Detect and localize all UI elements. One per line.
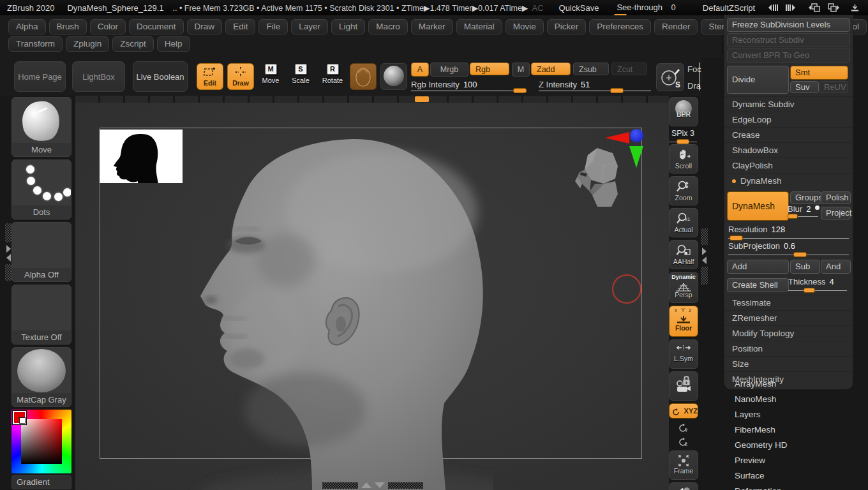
scroll-button[interactable]: Scroll xyxy=(669,144,698,174)
current-texture-thumbnail[interactable]: Texture Off xyxy=(11,285,71,345)
edit-button[interactable]: Edit xyxy=(197,63,223,90)
menu-item[interactable]: Brush xyxy=(49,19,87,34)
geometry-subsection[interactable]: Modify Topology xyxy=(724,325,853,341)
divide-button[interactable]: Divide xyxy=(727,66,789,94)
divider-arrow-right-icon[interactable] xyxy=(702,248,707,255)
zcut-toggle[interactable]: Zcut xyxy=(611,63,647,75)
sculpted-head-model[interactable] xyxy=(171,135,493,490)
menu-item[interactable]: Picker xyxy=(547,19,587,34)
move-mode-button[interactable]: M Move xyxy=(259,63,282,84)
color-picker[interactable] xyxy=(11,410,71,473)
menu-item[interactable]: Draw xyxy=(187,19,223,34)
axis-z-dot-icon[interactable] xyxy=(630,129,643,142)
quicksave-button[interactable]: QuickSave xyxy=(559,3,599,13)
document-canvas[interactable] xyxy=(75,96,669,490)
subprojection-handle[interactable] xyxy=(793,252,807,257)
stroke-brush-button[interactable]: S xyxy=(656,63,684,91)
tool-palette-item[interactable]: Geometry HD xyxy=(724,438,852,453)
spix-slider[interactable]: SPix 3 xyxy=(669,129,697,142)
menu-item[interactable]: Light xyxy=(331,19,365,34)
current-brush-thumbnail[interactable]: Move xyxy=(11,97,71,157)
divider-arrow-right-icon[interactable] xyxy=(6,245,11,253)
local-symmetry-button[interactable]: L.Sym xyxy=(669,339,698,369)
color-cursor[interactable] xyxy=(19,417,26,424)
lightbox-button[interactable]: LightBox xyxy=(72,61,125,92)
mrgb-toggle[interactable]: Mrgb xyxy=(430,63,468,77)
menu-item[interactable]: Edit xyxy=(225,19,255,34)
geometry-subsection[interactable]: Position xyxy=(724,341,853,356)
current-alpha-thumbnail[interactable]: Alpha Off xyxy=(11,222,71,282)
m-toggle[interactable]: M xyxy=(512,63,530,77)
menu-item[interactable]: Marker xyxy=(411,19,453,34)
menu-item[interactable]: Zscript xyxy=(112,36,154,52)
menu-item[interactable]: File xyxy=(258,19,288,34)
strip-orange-handle[interactable] xyxy=(415,96,429,102)
zadd-toggle[interactable]: Zadd xyxy=(531,63,571,75)
menu-item[interactable]: Preferences xyxy=(589,19,651,34)
menu-item[interactable]: Transform xyxy=(8,36,63,52)
dynamesh-section-header[interactable]: DynaMesh xyxy=(724,173,853,188)
dock-right-icon[interactable] xyxy=(828,3,842,12)
blur-slider[interactable]: Blur2 xyxy=(788,204,818,218)
smt-toggle[interactable]: Smt xyxy=(790,66,848,80)
menu-item[interactable]: Macro xyxy=(368,19,408,34)
divider-arrow-left-icon[interactable] xyxy=(702,256,707,264)
resolution-slider[interactable]: Resolution128 xyxy=(724,223,853,240)
add-toggle[interactable]: Add xyxy=(727,260,789,274)
geometry-subsection[interactable]: Dynamic Subdiv xyxy=(724,96,853,112)
axis-y-arrow-icon[interactable] xyxy=(629,146,643,168)
menu-item[interactable]: Color xyxy=(90,19,126,34)
menu-item[interactable]: Material xyxy=(456,19,502,34)
divider-arrow-up-icon[interactable] xyxy=(361,482,371,488)
rgb-intensity-handle[interactable] xyxy=(513,88,527,93)
gradient-button[interactable]: Gradient xyxy=(11,475,71,489)
a-toggle[interactable]: A xyxy=(411,63,429,77)
floor-grid-button[interactable]: x Y z Floor xyxy=(669,306,698,337)
actual-size-button[interactable]: x1 Actual xyxy=(669,208,698,237)
bottom-tray-divider[interactable] xyxy=(322,482,423,489)
project-toggle[interactable]: Project xyxy=(821,207,851,219)
z-intensity-slider[interactable]: Z Intensity51 xyxy=(539,78,651,91)
geometry-subsection[interactable]: ShadowBox xyxy=(724,142,853,158)
rotate-z-button[interactable]: Z xyxy=(669,435,697,449)
sub-toggle[interactable]: Sub xyxy=(790,260,820,274)
thickness-slider[interactable]: Thickness4 xyxy=(788,276,847,292)
polish-toggle[interactable]: Polish xyxy=(821,191,851,204)
home-page-button[interactable]: Home Page xyxy=(14,61,66,92)
rotate-xyz-button[interactable]: XYZ xyxy=(669,403,698,419)
zsub-toggle[interactable]: Zsub xyxy=(573,63,609,75)
rgb-intensity-slider[interactable]: Rgb Intensity100 xyxy=(411,78,527,91)
divider-arrow-down-icon[interactable] xyxy=(375,482,385,488)
rgb-toggle[interactable]: Rgb xyxy=(470,63,509,75)
tool-palette-item[interactable]: Layers xyxy=(724,407,852,422)
thickness-handle[interactable] xyxy=(804,288,815,293)
menu-item[interactable]: Render xyxy=(654,19,698,34)
tool-palette-item[interactable]: ArrayMesh xyxy=(724,376,852,392)
and-toggle[interactable]: And xyxy=(821,260,851,274)
right-tray-divider[interactable] xyxy=(701,228,708,283)
aahalf-button[interactable]: AAHalf xyxy=(669,240,698,269)
live-boolean-button[interactable]: Live Boolean xyxy=(133,61,188,92)
rotate-mode-button[interactable]: R Rotate xyxy=(319,63,346,84)
suv-toggle[interactable]: Suv xyxy=(790,81,819,93)
divider-arrow-left-icon[interactable] xyxy=(6,254,11,262)
menu-item[interactable]: Layer xyxy=(291,19,328,34)
menu-item[interactable]: Alpha xyxy=(8,19,46,34)
tool-palette-item[interactable]: NanoMesh xyxy=(724,392,852,407)
minimize-icon[interactable] xyxy=(851,4,859,11)
spix-handle[interactable] xyxy=(677,139,689,144)
menu-item[interactable]: Zplugin xyxy=(66,36,109,52)
collapse-left-tray-icon[interactable] xyxy=(765,4,778,11)
lightcap-material-button[interactable] xyxy=(350,63,377,90)
geometry-subsection[interactable]: EdgeLoop xyxy=(724,112,853,127)
menu-item[interactable]: Document xyxy=(129,19,184,34)
menu-item[interactable]: Movie xyxy=(505,19,544,34)
tool-palette-item[interactable]: Surface xyxy=(724,468,852,484)
tray-segment-strip[interactable] xyxy=(75,96,669,103)
current-material-thumbnail[interactable]: MatCap Gray xyxy=(11,347,71,407)
dynamesh-button[interactable]: DynaMesh xyxy=(727,191,789,221)
tool-palette-item[interactable]: FiberMesh xyxy=(724,422,852,438)
saturation-value-square[interactable] xyxy=(21,419,62,464)
dynamic-persp-button[interactable]: Dynamic Persp xyxy=(669,272,698,303)
rotate-y-button[interactable]: Y xyxy=(669,421,697,434)
